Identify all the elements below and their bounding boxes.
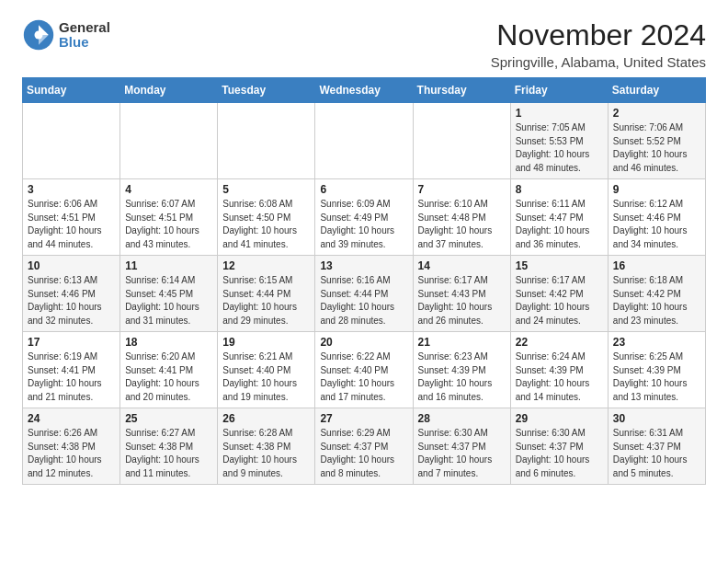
day-info: Sunrise: 7:05 AMSunset: 5:53 PMDaylight:… [516, 121, 603, 175]
day-number: 25 [125, 412, 212, 425]
weekday-header-thursday: Thursday [413, 78, 510, 103]
day-cell: 3Sunrise: 6:06 AMSunset: 4:51 PMDaylight… [23, 179, 120, 256]
day-cell: 19Sunrise: 6:21 AMSunset: 4:40 PMDayligh… [218, 332, 315, 408]
day-number: 13 [320, 259, 407, 272]
day-number: 23 [613, 336, 700, 349]
location-subtitle: Springville, Alabama, United States [491, 54, 706, 70]
day-info: Sunrise: 6:17 AMSunset: 4:43 PMDaylight:… [418, 274, 506, 327]
logo-text-general: General [59, 20, 110, 36]
day-cell: 5Sunrise: 6:08 AMSunset: 4:50 PMDaylight… [218, 179, 315, 256]
day-info: Sunrise: 6:17 AMSunset: 4:42 PMDaylight:… [516, 274, 603, 327]
day-cell: 9Sunrise: 6:12 AMSunset: 4:46 PMDaylight… [608, 179, 705, 256]
day-cell: 2Sunrise: 7:06 AMSunset: 5:52 PMDaylight… [608, 103, 705, 179]
day-number: 8 [516, 183, 603, 196]
day-number: 29 [516, 412, 603, 425]
day-info: Sunrise: 6:19 AMSunset: 4:41 PMDaylight:… [28, 350, 115, 404]
weekday-header-row: SundayMondayTuesdayWednesdayThursdayFrid… [23, 78, 706, 103]
day-cell: 26Sunrise: 6:28 AMSunset: 4:38 PMDayligh… [218, 408, 315, 485]
day-cell: 12Sunrise: 6:15 AMSunset: 4:44 PMDayligh… [218, 256, 315, 332]
month-title: November 2024 [491, 18, 706, 52]
day-info: Sunrise: 6:13 AMSunset: 4:46 PMDaylight:… [28, 274, 115, 327]
day-number: 20 [320, 336, 407, 349]
day-cell: 29Sunrise: 6:30 AMSunset: 4:37 PMDayligh… [510, 408, 608, 485]
day-cell: 24Sunrise: 6:26 AMSunset: 4:38 PMDayligh… [23, 408, 120, 485]
day-cell: 17Sunrise: 6:19 AMSunset: 4:41 PMDayligh… [23, 332, 120, 408]
day-number: 12 [222, 259, 310, 272]
day-info: Sunrise: 6:21 AMSunset: 4:40 PMDaylight:… [222, 350, 310, 404]
day-cell [120, 103, 218, 179]
day-cell: 27Sunrise: 6:29 AMSunset: 4:37 PMDayligh… [315, 408, 413, 485]
day-number: 17 [28, 336, 115, 349]
week-row-1: 1Sunrise: 7:05 AMSunset: 5:53 PMDaylight… [23, 103, 706, 179]
day-number: 26 [222, 412, 310, 425]
day-cell [413, 103, 510, 179]
weekday-header-tuesday: Tuesday [218, 78, 315, 103]
calendar-table: SundayMondayTuesdayWednesdayThursdayFrid… [22, 77, 706, 485]
day-info: Sunrise: 6:29 AMSunset: 4:37 PMDaylight:… [320, 427, 407, 480]
day-cell: 28Sunrise: 6:30 AMSunset: 4:37 PMDayligh… [413, 408, 510, 485]
day-cell [23, 103, 120, 179]
day-cell: 21Sunrise: 6:23 AMSunset: 4:39 PMDayligh… [413, 332, 510, 408]
day-cell: 18Sunrise: 6:20 AMSunset: 4:41 PMDayligh… [120, 332, 218, 408]
weekday-header-sunday: Sunday [23, 78, 120, 103]
day-info: Sunrise: 6:28 AMSunset: 4:38 PMDaylight:… [222, 427, 310, 480]
day-cell: 13Sunrise: 6:16 AMSunset: 4:44 PMDayligh… [315, 256, 413, 332]
day-cell: 25Sunrise: 6:27 AMSunset: 4:38 PMDayligh… [120, 408, 218, 485]
day-info: Sunrise: 6:07 AMSunset: 4:51 PMDaylight:… [125, 198, 212, 251]
day-info: Sunrise: 6:15 AMSunset: 4:44 PMDaylight:… [222, 274, 310, 327]
logo-text-blue: Blue [59, 35, 110, 51]
day-info: Sunrise: 6:24 AMSunset: 4:39 PMDaylight:… [516, 350, 603, 404]
day-cell: 11Sunrise: 6:14 AMSunset: 4:45 PMDayligh… [120, 256, 218, 332]
day-cell: 30Sunrise: 6:31 AMSunset: 4:37 PMDayligh… [608, 408, 705, 485]
weekday-header-friday: Friday [510, 78, 608, 103]
day-cell: 15Sunrise: 6:17 AMSunset: 4:42 PMDayligh… [510, 256, 608, 332]
day-number: 2 [613, 107, 700, 120]
day-number: 18 [125, 336, 212, 349]
day-cell: 20Sunrise: 6:22 AMSunset: 4:40 PMDayligh… [315, 332, 413, 408]
day-info: Sunrise: 6:08 AMSunset: 4:50 PMDaylight:… [222, 198, 310, 251]
day-number: 16 [613, 259, 700, 272]
day-info: Sunrise: 6:23 AMSunset: 4:39 PMDaylight:… [418, 350, 506, 404]
day-info: Sunrise: 6:20 AMSunset: 4:41 PMDaylight:… [125, 350, 212, 404]
logo: General Blue [22, 18, 110, 52]
day-number: 1 [516, 107, 603, 120]
day-info: Sunrise: 6:09 AMSunset: 4:49 PMDaylight:… [320, 198, 407, 251]
title-block: November 2024 Springville, Alabama, Unit… [491, 18, 706, 70]
week-row-2: 3Sunrise: 6:06 AMSunset: 4:51 PMDaylight… [23, 179, 706, 256]
day-cell: 14Sunrise: 6:17 AMSunset: 4:43 PMDayligh… [413, 256, 510, 332]
day-info: Sunrise: 6:26 AMSunset: 4:38 PMDaylight:… [28, 427, 115, 480]
day-info: Sunrise: 6:16 AMSunset: 4:44 PMDaylight:… [320, 274, 407, 327]
day-number: 11 [125, 259, 212, 272]
day-cell: 6Sunrise: 6:09 AMSunset: 4:49 PMDaylight… [315, 179, 413, 256]
day-info: Sunrise: 6:30 AMSunset: 4:37 PMDaylight:… [516, 427, 603, 480]
day-number: 27 [320, 412, 407, 425]
day-info: Sunrise: 6:14 AMSunset: 4:45 PMDaylight:… [125, 274, 212, 327]
day-info: Sunrise: 6:27 AMSunset: 4:38 PMDaylight:… [125, 427, 212, 480]
day-cell: 22Sunrise: 6:24 AMSunset: 4:39 PMDayligh… [510, 332, 608, 408]
day-info: Sunrise: 6:06 AMSunset: 4:51 PMDaylight:… [28, 198, 115, 251]
day-number: 14 [418, 259, 506, 272]
weekday-header-wednesday: Wednesday [315, 78, 413, 103]
day-cell [315, 103, 413, 179]
day-number: 6 [320, 183, 407, 196]
day-cell: 8Sunrise: 6:11 AMSunset: 4:47 PMDaylight… [510, 179, 608, 256]
weekday-header-monday: Monday [120, 78, 218, 103]
page-header: General Blue November 2024 Springville, … [22, 18, 706, 70]
day-cell: 16Sunrise: 6:18 AMSunset: 4:42 PMDayligh… [608, 256, 705, 332]
day-number: 24 [28, 412, 115, 425]
day-number: 3 [28, 183, 115, 196]
day-cell: 7Sunrise: 6:10 AMSunset: 4:48 PMDaylight… [413, 179, 510, 256]
week-row-3: 10Sunrise: 6:13 AMSunset: 4:46 PMDayligh… [23, 256, 706, 332]
day-info: Sunrise: 6:31 AMSunset: 4:37 PMDaylight:… [613, 427, 700, 480]
day-info: Sunrise: 6:25 AMSunset: 4:39 PMDaylight:… [613, 350, 700, 404]
day-number: 28 [418, 412, 506, 425]
logo-icon [22, 18, 55, 52]
day-cell: 23Sunrise: 6:25 AMSunset: 4:39 PMDayligh… [608, 332, 705, 408]
day-cell: 1Sunrise: 7:05 AMSunset: 5:53 PMDaylight… [510, 103, 608, 179]
day-info: Sunrise: 6:12 AMSunset: 4:46 PMDaylight:… [613, 198, 700, 251]
day-cell [218, 103, 315, 179]
day-number: 15 [516, 259, 603, 272]
weekday-header-saturday: Saturday [608, 78, 705, 103]
day-number: 9 [613, 183, 700, 196]
day-number: 21 [418, 336, 506, 349]
